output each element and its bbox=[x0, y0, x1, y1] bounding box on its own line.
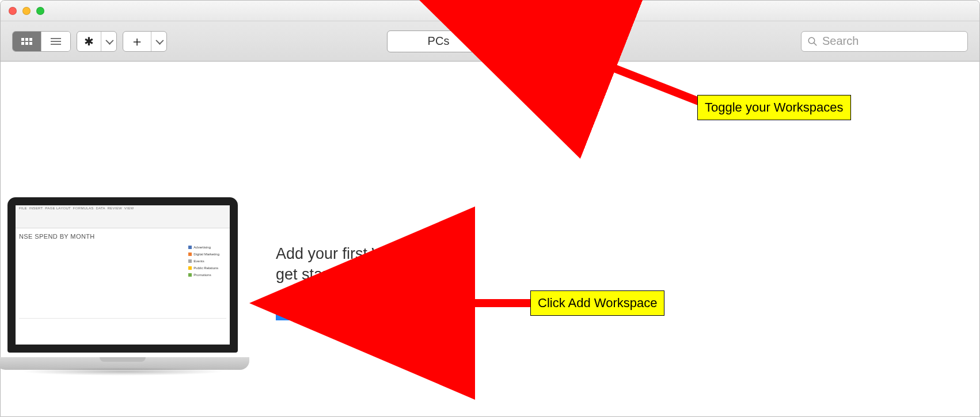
tab-workspaces[interactable]: Workspaces bbox=[490, 31, 592, 52]
chevron-down-icon bbox=[155, 36, 164, 44]
window-title: Microsoft Remote Desktop bbox=[1, 5, 979, 17]
list-icon bbox=[51, 38, 61, 45]
window-controls bbox=[1, 7, 44, 15]
titlebar: Microsoft Remote Desktop bbox=[1, 1, 979, 21]
app-window: Microsoft Remote Desktop ✱ ＋ PC bbox=[0, 0, 980, 417]
search-container bbox=[801, 31, 968, 52]
view-mode-segment bbox=[12, 31, 71, 52]
grid-view-button[interactable] bbox=[13, 32, 41, 51]
settings-menu-button[interactable]: ✱ bbox=[77, 31, 117, 52]
empty-state-text: Add your first Workspace to get started. bbox=[276, 243, 466, 285]
toolbar-left-group: ✱ ＋ bbox=[12, 31, 167, 52]
annotation-toggle-workspaces: Toggle your Workspaces bbox=[697, 95, 851, 120]
search-icon bbox=[807, 36, 818, 47]
search-field[interactable] bbox=[801, 31, 968, 52]
minimize-window-button[interactable] bbox=[22, 7, 31, 15]
close-window-button[interactable] bbox=[9, 7, 17, 15]
annotation-arrow-add bbox=[415, 286, 542, 320]
search-input[interactable] bbox=[822, 35, 962, 48]
content-area: FILE INSERT PAGE LAYOUT FORMULAS DATA RE… bbox=[1, 62, 979, 416]
tab-pcs[interactable]: PCs bbox=[388, 31, 490, 52]
gear-icon: ✱ bbox=[84, 35, 94, 48]
zoom-window-button[interactable] bbox=[36, 7, 44, 15]
add-menu-button[interactable]: ＋ bbox=[123, 31, 167, 52]
toolbar: ✱ ＋ PCs Workspaces bbox=[1, 21, 979, 62]
laptop-illustration: FILE INSERT PAGE LAYOUT FORMULAS DATA RE… bbox=[0, 197, 249, 370]
grid-icon bbox=[21, 38, 32, 45]
main-tabs: PCs Workspaces bbox=[387, 30, 593, 52]
svg-line-1 bbox=[814, 43, 816, 45]
add-workspace-button[interactable]: Add Workspace bbox=[276, 292, 397, 320]
annotation-click-add-workspace: Click Add Workspace bbox=[530, 290, 664, 316]
chevron-down-icon bbox=[105, 36, 113, 44]
list-view-button[interactable] bbox=[41, 32, 70, 51]
